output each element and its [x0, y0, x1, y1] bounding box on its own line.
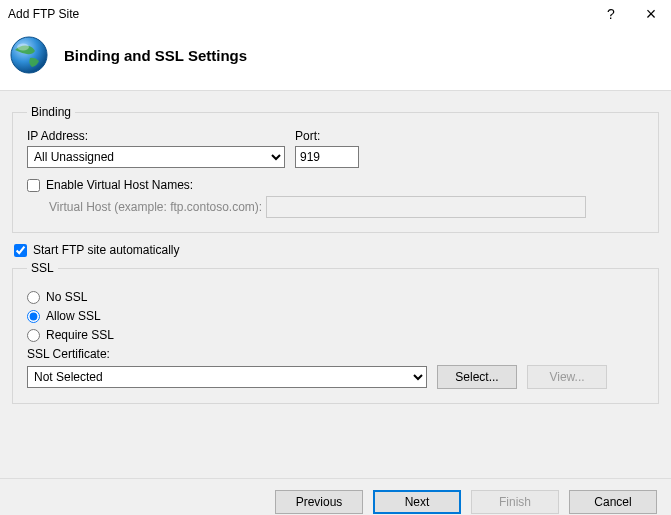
vhost-label: Virtual Host (example: ftp.contoso.com):	[49, 200, 262, 214]
svg-point-1	[17, 44, 29, 51]
window-title: Add FTP Site	[8, 7, 79, 21]
allow-ssl-label: Allow SSL	[46, 309, 101, 323]
wizard-footer: Previous Next Finish Cancel	[0, 478, 671, 515]
port-input[interactable]	[295, 146, 359, 168]
binding-legend: Binding	[27, 105, 75, 119]
title-bar: Add FTP Site ? ×	[0, 0, 671, 28]
wizard-header: Binding and SSL Settings	[0, 28, 671, 91]
svg-point-0	[11, 37, 47, 73]
page-title: Binding and SSL Settings	[64, 47, 247, 64]
enable-vhost-checkbox[interactable]	[27, 179, 40, 192]
titlebar-controls: ? ×	[591, 0, 671, 28]
next-button[interactable]: Next	[373, 490, 461, 514]
cancel-button[interactable]: Cancel	[569, 490, 657, 514]
ssl-cert-select[interactable]: Not Selected	[27, 366, 427, 388]
close-button[interactable]: ×	[631, 0, 671, 28]
select-cert-button[interactable]: Select...	[437, 365, 517, 389]
no-ssl-radio[interactable]	[27, 291, 40, 304]
autostart-checkbox[interactable]	[14, 244, 27, 257]
ip-address-select[interactable]: All Unassigned	[27, 146, 285, 168]
require-ssl-label: Require SSL	[46, 328, 114, 342]
ssl-group: SSL No SSL Allow SSL Require SSL SSL Cer…	[12, 261, 659, 404]
ssl-legend: SSL	[27, 261, 58, 275]
allow-ssl-radio[interactable]	[27, 310, 40, 323]
autostart-label: Start FTP site automatically	[33, 243, 180, 257]
previous-button[interactable]: Previous	[275, 490, 363, 514]
globe-icon	[8, 34, 50, 76]
close-icon: ×	[646, 4, 657, 25]
binding-group: Binding IP Address: All Unassigned Port:…	[12, 105, 659, 233]
ip-address-label: IP Address:	[27, 129, 285, 143]
content-area: Binding IP Address: All Unassigned Port:…	[0, 91, 671, 478]
port-label: Port:	[295, 129, 359, 143]
vhost-input	[266, 196, 586, 218]
enable-vhost-label: Enable Virtual Host Names:	[46, 178, 193, 192]
finish-button: Finish	[471, 490, 559, 514]
view-cert-button: View...	[527, 365, 607, 389]
ssl-cert-label: SSL Certificate:	[27, 347, 644, 361]
no-ssl-label: No SSL	[46, 290, 87, 304]
require-ssl-radio[interactable]	[27, 329, 40, 342]
help-button[interactable]: ?	[591, 0, 631, 28]
help-icon: ?	[607, 6, 615, 22]
